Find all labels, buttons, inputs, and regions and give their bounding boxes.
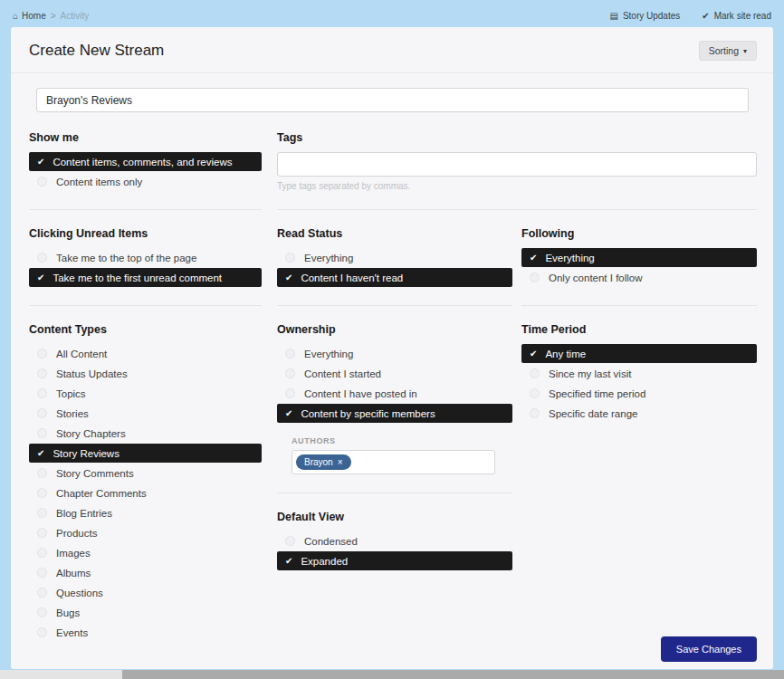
option-story-reviews[interactable]: ✔ Story Reviews <box>29 444 262 463</box>
option-topics[interactable]: Topics <box>29 384 262 403</box>
option-label: Content I have posted in <box>304 388 417 399</box>
radio-icon <box>37 388 47 398</box>
option-content-items-only[interactable]: Content items only <box>29 172 262 191</box>
option-chapter-comments[interactable]: Chapter Comments <box>29 483 262 502</box>
option-label: All Content <box>56 349 107 359</box>
breadcrumb-home-label: Home <box>22 11 46 21</box>
check-icon: ✔ <box>702 11 709 21</box>
breadcrumb-separator: > <box>51 11 56 21</box>
authors-input[interactable]: Brayon × <box>292 450 495 474</box>
option-label: Everything <box>304 253 353 263</box>
option-images[interactable]: Images <box>29 543 262 562</box>
section-title: Tags <box>277 131 757 144</box>
option-since-last-visit[interactable]: Since my last visit <box>521 364 757 383</box>
option-label: Story Comments <box>56 468 134 479</box>
page-title: Create New Stream <box>29 42 164 60</box>
option-content-posted-in[interactable]: Content I have posted in <box>277 384 512 403</box>
remove-author-icon[interactable]: × <box>338 457 343 467</box>
author-tag: Brayon × <box>296 454 351 470</box>
story-updates-label: Story Updates <box>623 11 680 21</box>
option-content-i-started[interactable]: Content I started <box>277 364 512 383</box>
option-following-everything[interactable]: ✔ Everything <box>521 248 757 267</box>
option-label: Images <box>56 548 91 559</box>
radio-icon <box>530 273 540 282</box>
option-all-content[interactable]: All Content <box>29 344 262 363</box>
tags-hint: Type tags separated by commas. <box>277 181 757 191</box>
option-condensed[interactable]: Condensed <box>277 531 512 550</box>
right-column: Following ✔ Everything Only content I fo… <box>521 227 757 571</box>
panel-header: Create New Stream Sorting ▾ <box>11 27 773 73</box>
mark-site-read-label: Mark site read <box>714 11 771 21</box>
option-blog-entries[interactable]: Blog Entries <box>29 503 262 522</box>
option-first-unread-comment[interactable]: ✔ Take me to the first unread comment <box>29 268 262 287</box>
section-read-status: Read Status Everything ✔ Content I haven… <box>277 227 512 287</box>
option-top-of-page[interactable]: Take me to the top of the page <box>29 248 262 267</box>
option-label: Everything <box>304 349 353 359</box>
story-updates-link[interactable]: ▤ Story Updates <box>609 4 680 27</box>
option-any-time[interactable]: ✔ Any time <box>521 344 757 363</box>
save-changes-button[interactable]: Save Changes <box>661 636 757 662</box>
check-icon: ✔ <box>285 273 292 282</box>
section-title: Ownership <box>277 323 512 336</box>
divider <box>29 209 262 210</box>
option-specific-date-range[interactable]: Specific date range <box>521 404 757 423</box>
option-questions[interactable]: Questions <box>29 583 262 602</box>
option-status-updates[interactable]: Status Updates <box>29 364 262 383</box>
section-time-period: Time Period ✔ Any time Since my last vis… <box>521 323 757 423</box>
option-label: Content items only <box>56 177 142 187</box>
divider <box>521 305 757 306</box>
section-clicking-unread: Clicking Unread Items Take me to the top… <box>29 227 262 287</box>
option-expanded[interactable]: ✔ Expanded <box>277 551 512 570</box>
radio-icon <box>37 408 47 418</box>
option-label: Specified time period <box>549 388 645 399</box>
option-label: Content by specific members <box>301 408 435 419</box>
bottom-bar-left-segment <box>0 670 122 679</box>
radio-icon <box>37 468 47 478</box>
option-label: Content items, comments, and reviews <box>53 157 232 167</box>
radio-icon <box>285 388 295 398</box>
option-stories[interactable]: Stories <box>29 404 262 423</box>
chevron-down-icon: ▾ <box>743 47 747 55</box>
sorting-button[interactable]: Sorting ▾ <box>699 41 757 61</box>
option-label: Products <box>56 528 97 539</box>
radio-icon <box>285 349 295 359</box>
option-events[interactable]: Events <box>29 623 262 642</box>
check-icon: ✔ <box>37 449 44 458</box>
topbar-actions: ▤ Story Updates ✔ Mark site read <box>609 4 771 27</box>
option-label: Story Chapters <box>56 428 126 439</box>
option-label: Chapter Comments <box>56 488 147 499</box>
divider <box>29 305 262 306</box>
check-icon: ✔ <box>37 158 44 167</box>
radio-icon <box>37 588 47 598</box>
option-products[interactable]: Products <box>29 523 262 542</box>
option-ownership-everything[interactable]: Everything <box>277 344 512 363</box>
breadcrumb-home-link[interactable]: ⌂ Home <box>13 11 46 21</box>
option-story-comments[interactable]: Story Comments <box>29 464 262 483</box>
section-tags: Tags Type tags separated by commas. <box>277 131 757 191</box>
tags-input[interactable] <box>277 152 757 177</box>
radio-icon <box>37 528 47 538</box>
option-content-items-comments-reviews[interactable]: ✔ Content items, comments, and reviews <box>29 152 262 171</box>
section-show-me: Show me ✔ Content items, comments, and r… <box>29 131 262 191</box>
radio-icon <box>37 548 47 558</box>
option-content-not-read[interactable]: ✔ Content I haven't read <box>277 268 512 287</box>
option-bugs[interactable]: Bugs <box>29 603 262 622</box>
stream-name-input[interactable] <box>36 88 749 112</box>
option-label: Only content I follow <box>549 273 643 283</box>
authors-field: AUTHORS Brayon × <box>292 436 512 474</box>
mark-site-read-link[interactable]: ✔ Mark site read <box>702 4 771 27</box>
option-specified-time-period[interactable]: Specified time period <box>521 384 757 403</box>
option-story-chapters[interactable]: Story Chapters <box>29 424 262 443</box>
option-label: Albums <box>56 568 91 579</box>
option-albums[interactable]: Albums <box>29 563 262 582</box>
radio-icon <box>37 488 47 498</box>
section-title: Content Types <box>29 323 262 336</box>
option-content-by-members[interactable]: ✔ Content by specific members <box>277 404 512 423</box>
option-read-everything[interactable]: Everything <box>277 248 512 267</box>
option-label: Stories <box>56 408 89 419</box>
radio-icon <box>37 607 47 617</box>
option-label: Bugs <box>56 607 80 618</box>
option-only-content-i-follow[interactable]: Only content I follow <box>521 268 757 287</box>
section-title: Default View <box>277 511 512 523</box>
stream-name-wrap <box>11 73 773 112</box>
